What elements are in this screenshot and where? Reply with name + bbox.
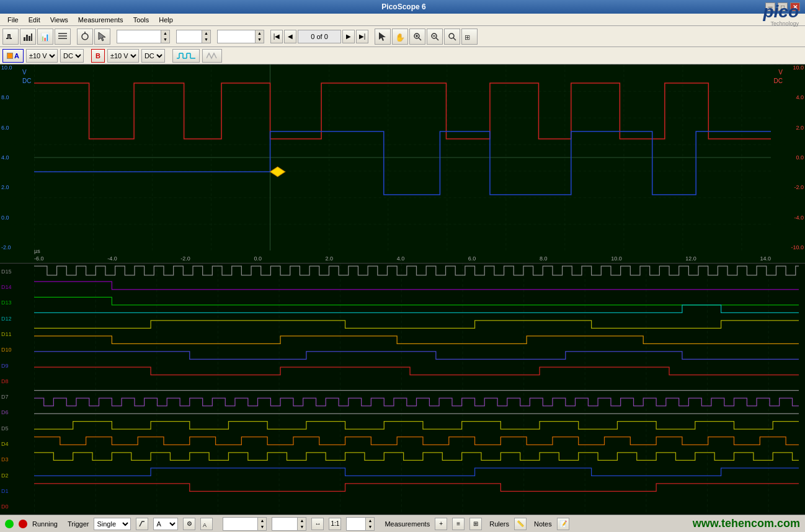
time-down[interactable]: ▼ [365, 524, 374, 530]
probe-btn[interactable] [77, 29, 93, 45]
trigger-auto-btn[interactable]: A [200, 518, 213, 530]
measurements-view-btn[interactable] [55, 29, 71, 45]
svg-line-21 [453, 38, 456, 40]
digital-scope[interactable]: D15 D14 D13 D12 D11 D10 D9 D8 D7 D6 D5 D… [0, 263, 805, 515]
menu-measurements[interactable]: Measurements [73, 15, 128, 25]
scope-area: 10.0 8.0 6.0 4.0 2.0 0.0 -2.0 V DC 10.0 … [0, 64, 805, 515]
menu-file[interactable]: File [2, 15, 24, 25]
timebase-input[interactable]: 2 µs/div [117, 30, 161, 43]
menubar: File Edit Views Measurements Tools Help [0, 14, 805, 26]
trigger-label: Trigger [68, 520, 89, 528]
voltage-spinbox[interactable]: 2.987 V ▲ ▼ [223, 517, 267, 531]
voltage-input[interactable]: 2.987 V [223, 518, 257, 530]
drag-tool[interactable]: ✋ [392, 29, 408, 45]
channel-b-coupling[interactable]: DC AC [141, 49, 165, 63]
d11-label: D11 [1, 331, 12, 337]
menu-help[interactable]: Help [154, 15, 178, 25]
channel-a-voltage[interactable]: ±10 V ±5 V ±2 V ±1 V [26, 49, 58, 63]
zoom-out-btn[interactable] [427, 29, 443, 45]
trigger-settings-btn[interactable]: ⚙ [183, 518, 195, 530]
y-label-right-3: 0.0 [791, 154, 804, 161]
y-label-right-0: 10.0 [791, 64, 804, 71]
timebase-down[interactable]: ▼ [161, 37, 169, 43]
zoom-up[interactable]: ▲ [297, 518, 306, 524]
svg-rect-2 [29, 36, 30, 41]
zoom-fit-status-btn[interactable]: ↔ [311, 518, 324, 530]
zoom-100-btn[interactable]: 1:1 [329, 518, 341, 530]
analog-scope[interactable]: 10.0 8.0 6.0 4.0 2.0 0.0 -2.0 V DC 10.0 … [0, 64, 805, 263]
trigger-source-select[interactable]: A B [153, 518, 178, 530]
notes-label: Notes [534, 520, 552, 528]
samplerate-spinbox[interactable]: 49.07 kS ▲ ▼ [217, 30, 264, 43]
timebase-up[interactable]: ▲ [161, 30, 169, 37]
y-label-left-2: 6.0 [1, 125, 12, 131]
toolbar: 📊 2 µs/div ▲ ▼ x 1 ▲ ▼ 49.07 kS ▲ ▼ [0, 26, 805, 47]
zoom-select-btn[interactable]: ⊞ [461, 29, 478, 45]
persistence-mode-btn[interactable]: 📊 [37, 29, 53, 45]
tehencom-link[interactable]: www.tehencom.com [693, 517, 800, 530]
channel-a-btn[interactable]: A [2, 49, 24, 63]
voltage-down[interactable]: ▼ [257, 524, 266, 530]
svg-rect-3 [31, 33, 32, 41]
nav-prev[interactable]: ◀ [284, 30, 296, 43]
d14-label: D14 [1, 284, 12, 290]
digital-channels-btn[interactable] [172, 49, 200, 63]
zoom-input[interactable]: 30 % [272, 518, 297, 530]
notes-btn[interactable]: 📝 [557, 518, 569, 530]
zoom-fit-btn[interactable] [444, 29, 460, 45]
channel-b-voltage[interactable]: ±10 V ±5 V ±2 V ±1 V [107, 49, 139, 63]
zoom-spinbox[interactable]: 30 % ▲ ▼ [272, 517, 306, 531]
nav-next[interactable]: ▶ [342, 30, 355, 43]
time-spinbox[interactable]: 0 s ▲ ▼ [346, 517, 375, 531]
zoom-down[interactable]: ▼ [297, 524, 306, 530]
d0-label: D0 [1, 503, 12, 510]
svg-text:📊: 📊 [40, 32, 50, 42]
mag-up[interactable]: ▲ [202, 30, 210, 37]
zoom-in-btn[interactable] [409, 29, 425, 45]
y-label-left-4: 2.0 [1, 184, 12, 190]
measurements-stats-btn[interactable]: ≡ [452, 518, 465, 530]
measurements-settings-btn[interactable]: ⊞ [469, 518, 482, 530]
measurements-add-btn[interactable]: + [435, 518, 447, 530]
trigger-mode-select[interactable]: Single Auto Repeat None [94, 518, 131, 530]
statusbar: Running Trigger Single Auto Repeat None … [0, 515, 805, 532]
x-label-5: 4.0 [397, 255, 405, 262]
y-label-left-3: 4.0 [1, 154, 12, 161]
voltage-up[interactable]: ▲ [257, 518, 266, 524]
samplerate-input[interactable]: 49.07 kS [218, 30, 255, 43]
menu-views[interactable]: Views [45, 15, 73, 25]
channel-a-label: A [14, 52, 19, 60]
spectrum-mode-btn[interactable] [20, 29, 36, 45]
stop-indicator [19, 520, 27, 528]
svg-text:A: A [203, 522, 207, 528]
magnification-input[interactable]: x 1 [177, 30, 202, 43]
svg-rect-1 [26, 35, 28, 41]
magnification-spinbox[interactable]: x 1 ▲ ▼ [176, 30, 211, 43]
channel-b-btn[interactable]: B [91, 49, 105, 63]
pointer-tool[interactable] [375, 29, 391, 45]
d15-label: D15 [1, 268, 12, 275]
rulers-label: Rulers [489, 520, 509, 528]
pico-logo-text: pico [763, 3, 799, 20]
ch-a-coupling-label: DC [22, 77, 31, 86]
scope-mode-btn[interactable] [2, 29, 19, 45]
time-input[interactable]: 0 s [347, 518, 365, 530]
x-label-10: 14.0 [760, 255, 771, 262]
nav-last[interactable]: ▶| [356, 30, 368, 43]
menu-edit[interactable]: Edit [24, 15, 45, 25]
math-channel-btn[interactable] [202, 49, 222, 63]
pico-logo-sub: Technology [770, 20, 799, 27]
menu-tools[interactable]: Tools [128, 15, 154, 25]
timebase-spinbox[interactable]: 2 µs/div ▲ ▼ [117, 30, 170, 43]
time-up[interactable]: ▲ [365, 518, 374, 524]
mag-down[interactable]: ▼ [202, 37, 210, 43]
running-indicator [5, 520, 14, 528]
nav-first[interactable]: |◀ [270, 30, 283, 43]
rulers-btn[interactable]: 📏 [514, 518, 527, 530]
y-label-left-5: 0.0 [1, 215, 12, 221]
channel-a-coupling[interactable]: DC AC [60, 49, 84, 63]
cursor-btn[interactable] [94, 29, 110, 45]
samplerate-down[interactable]: ▼ [255, 37, 264, 43]
samplerate-up[interactable]: ▲ [255, 30, 264, 37]
trigger-rising-btn[interactable] [136, 518, 148, 530]
